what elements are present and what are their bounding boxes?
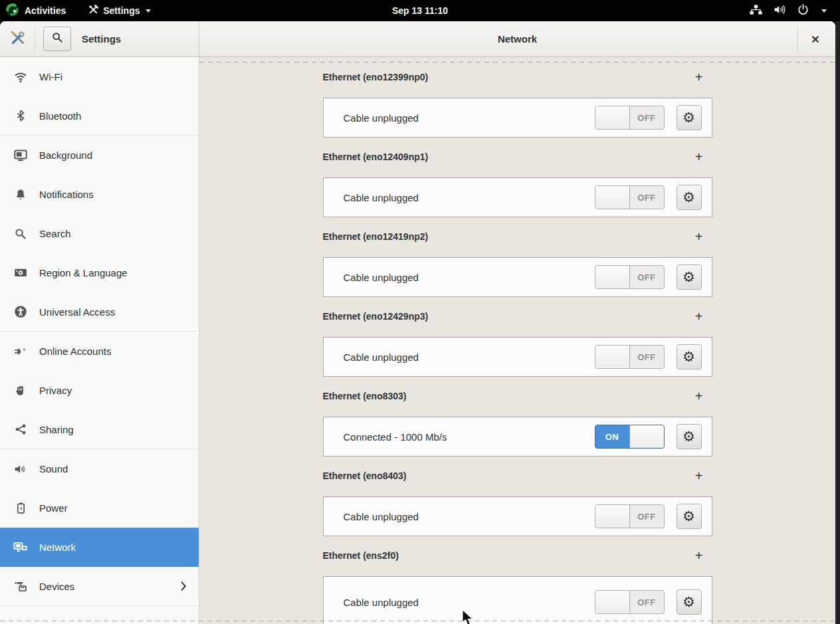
sidebar-item-sharing[interactable]: Sharing xyxy=(0,410,199,449)
toggle-switch[interactable]: OFF xyxy=(595,345,665,369)
section-title: Ethernet (eno8403) xyxy=(323,470,407,481)
add-profile-button[interactable]: + xyxy=(695,70,712,84)
flag-icon xyxy=(13,266,28,280)
main-header: Network × xyxy=(199,21,835,56)
connection-card: Cable unplugged OFF ⚙ xyxy=(323,576,712,624)
sidebar-item-bluetooth[interactable]: Bluetooth xyxy=(0,96,199,136)
header-separator xyxy=(35,27,35,51)
switch-knob xyxy=(595,346,630,368)
sidebar-item-region-language[interactable]: Region & Language xyxy=(0,253,199,292)
clock[interactable]: Sep 13 11:10 xyxy=(392,0,448,21)
volume-icon[interactable] xyxy=(774,4,786,17)
gear-icon: ⚙ xyxy=(682,269,695,285)
switch-knob xyxy=(595,186,630,209)
sidebar-header-title: Settings xyxy=(82,33,121,45)
connection-settings-button[interactable]: ⚙ xyxy=(677,504,702,529)
connection-card: Cable unplugged OFF ⚙ xyxy=(323,257,712,297)
bluetooth-icon xyxy=(13,108,28,123)
section-title: Ethernet (eno12399np0) xyxy=(323,72,429,82)
ethernet-section-eno12419np2: Ethernet (eno12419np2) + Cable unplugged… xyxy=(323,225,712,297)
connection-status: Cable unplugged xyxy=(344,597,595,608)
scroll-edge-dashed-line xyxy=(0,621,835,621)
power-icon[interactable] xyxy=(797,4,809,17)
settings-window: Settings Network × Wi-Fi Bluetooth Backg… xyxy=(0,21,835,624)
add-profile-button[interactable]: + xyxy=(695,549,712,562)
activities-label: Activities xyxy=(25,5,66,16)
sidebar-item-search[interactable]: Search xyxy=(0,214,199,253)
sidebar-item-power[interactable]: Power xyxy=(0,488,199,528)
hand-icon xyxy=(13,383,28,398)
sidebar-item-universal-access[interactable]: Universal Access xyxy=(0,292,199,332)
toggle-switch[interactable]: OFF xyxy=(595,106,665,130)
add-profile-button[interactable]: + xyxy=(695,310,712,323)
ethernet-section-eno12409np1: Ethernet (eno12409np1) + Cable unplugged… xyxy=(323,146,712,217)
sidebar-item-devices[interactable]: Devices xyxy=(0,567,199,606)
system-menu-chevron-icon[interactable] xyxy=(821,9,827,13)
switch-knob xyxy=(595,591,630,613)
connection-status: Cable unplugged xyxy=(344,272,595,283)
scroll-edge-dashed-line xyxy=(199,62,835,62)
sidebar-item-wifi[interactable]: Wi-Fi xyxy=(0,57,199,96)
connection-settings-button[interactable]: ⚙ xyxy=(677,344,702,369)
connection-status: Cable unplugged xyxy=(344,192,595,203)
sidebar-header: Settings xyxy=(0,21,199,56)
search-button[interactable] xyxy=(43,27,71,51)
distro-logo-icon xyxy=(5,3,19,19)
connection-settings-button[interactable]: ⚙ xyxy=(677,185,702,210)
toggle-switch[interactable]: ON xyxy=(595,425,665,449)
section-title: Ethernet (eno12409np1) xyxy=(323,152,429,162)
connection-settings-button[interactable]: ⚙ xyxy=(677,264,702,290)
sidebar-item-background[interactable]: Background xyxy=(0,136,199,175)
page-title: Network xyxy=(498,33,537,45)
switch-knob xyxy=(629,425,664,448)
toggle-switch[interactable]: OFF xyxy=(595,185,665,209)
battery-icon xyxy=(13,501,28,516)
add-profile-button[interactable]: + xyxy=(695,150,712,163)
wired-network-status-icon[interactable] xyxy=(750,5,762,17)
connection-card: Cable unplugged OFF ⚙ xyxy=(323,177,712,217)
app-menu-label: Settings xyxy=(103,5,140,16)
settings-sidebar: Wi-Fi Bluetooth Background Notifications… xyxy=(0,57,199,624)
chevron-right-icon xyxy=(180,581,187,591)
add-profile-button[interactable]: + xyxy=(695,469,712,482)
online-accounts-icon: s xyxy=(13,344,28,359)
search-icon xyxy=(13,227,28,241)
devices-icon xyxy=(13,579,28,593)
app-menu-settings[interactable]: Settings xyxy=(88,5,151,17)
network-panel: Ethernet (eno12399np0) + Cable unplugged… xyxy=(199,57,835,624)
gear-icon: ⚙ xyxy=(682,508,695,524)
chevron-down-icon xyxy=(146,9,151,13)
bell-icon xyxy=(13,187,28,202)
close-button[interactable]: × xyxy=(805,29,825,49)
ethernet-section-eno8303: Ethernet (eno8303) + Connected - 1000 Mb… xyxy=(323,385,712,457)
header-bar: Settings Network × xyxy=(0,21,835,57)
sidebar-item-privacy[interactable]: Privacy xyxy=(0,371,199,410)
svg-text:s: s xyxy=(23,346,25,352)
accessibility-icon xyxy=(13,304,28,319)
activities-button[interactable]: Activities xyxy=(5,3,66,19)
gear-icon: ⚙ xyxy=(682,594,695,610)
sidebar-item-sound[interactable]: Sound xyxy=(0,449,199,488)
connection-settings-button[interactable]: ⚙ xyxy=(677,424,702,449)
tools-icon xyxy=(88,5,98,17)
network-icon xyxy=(13,540,28,555)
gear-icon: ⚙ xyxy=(682,429,695,445)
connection-settings-button[interactable]: ⚙ xyxy=(677,589,702,615)
close-icon: × xyxy=(811,31,819,47)
ethernet-section-eno8403: Ethernet (eno8403) + Cable unplugged OFF… xyxy=(323,465,712,536)
connection-settings-button[interactable]: ⚙ xyxy=(677,105,702,130)
section-title: Ethernet (ens2f0) xyxy=(323,550,399,561)
sidebar-item-notifications[interactable]: Notifications xyxy=(0,175,199,214)
section-title: Ethernet (eno12419np2) xyxy=(323,231,429,242)
add-profile-button[interactable]: + xyxy=(695,389,712,403)
connection-status: Connected - 1000 Mb/s xyxy=(344,431,595,443)
sidebar-item-online-accounts[interactable]: s Online Accounts xyxy=(0,332,199,371)
add-profile-button[interactable]: + xyxy=(695,230,712,243)
toggle-switch[interactable]: OFF xyxy=(595,504,665,528)
sidebar-item-network[interactable]: Network xyxy=(0,528,199,567)
toggle-switch[interactable]: OFF xyxy=(595,590,665,614)
header-separator xyxy=(797,27,798,51)
connection-card: Cable unplugged OFF ⚙ xyxy=(323,98,712,138)
toggle-switch[interactable]: OFF xyxy=(595,265,665,289)
gear-icon: ⚙ xyxy=(682,349,695,365)
